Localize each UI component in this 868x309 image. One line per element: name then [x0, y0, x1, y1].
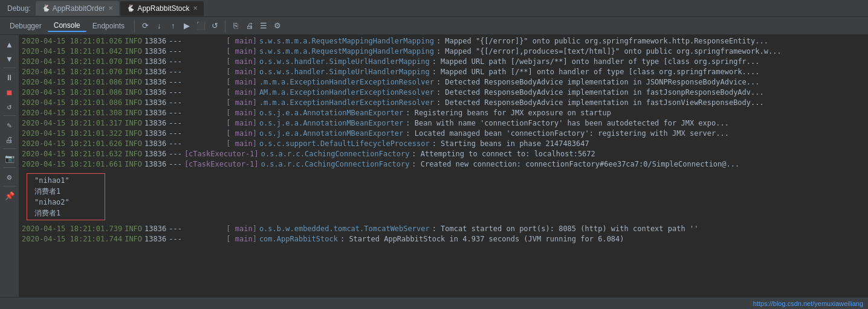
log-line: 2020-04-15 18:21:01.070 INFO 13836 --- [… — [19, 67, 868, 77]
footer: https://blog.csdn.net/yemuxiaweiliang — [0, 297, 868, 309]
log-message: : Detected ResponseBodyAdvice implementa… — [436, 98, 764, 108]
camera-button[interactable]: 📷 — [2, 151, 18, 165]
tab-close-stock[interactable]: ✕ — [193, 5, 198, 11]
log-level: INFO — [125, 149, 142, 159]
settings-side-button[interactable]: ⚙ — [2, 170, 18, 183]
log-logger: o.s.w.s.handler.SimpleUrlHandlerMapping — [259, 67, 430, 77]
tab-console[interactable]: Console — [48, 20, 86, 32]
log-thread: [ main] — [184, 67, 257, 77]
log-pid: 13836 — [144, 234, 166, 244]
log-pid: 13836 — [144, 149, 166, 159]
log-message: : Mapped "{[/error],produces=[text/html]… — [436, 46, 782, 57]
settings-button[interactable]: ⚙ — [271, 19, 284, 33]
log-level: INFO — [125, 139, 142, 149]
log-timestamp: 2020-04-15 18:21:01.317 — [22, 118, 122, 129]
edit-button[interactable]: ✎ — [2, 118, 18, 132]
tab-label-stock: AppRabbitStock — [137, 4, 189, 13]
log-pid: 13836 — [144, 98, 166, 108]
log-pid: 13836 — [144, 224, 166, 234]
side-sep-2 — [4, 115, 16, 116]
print-button[interactable]: 🖨 — [243, 19, 256, 33]
log-timestamp: 2020-04-15 18:21:01.042 — [22, 46, 122, 57]
log-dashes: --- — [169, 67, 182, 77]
filter-button[interactable]: ☰ — [257, 19, 270, 33]
log-pid: 13836 — [144, 46, 166, 57]
step-up-button[interactable]: ↑ — [166, 19, 180, 33]
copy-button[interactable]: ⎘ — [229, 19, 242, 33]
log-message: : Mapped "{[/error]}" onto public org.sp… — [436, 36, 768, 46]
tab-apprabbitorder[interactable]: 🐇 AppRabbitOrder ✕ — [36, 1, 120, 16]
log-level: INFO — [125, 159, 142, 170]
log-pid: 13836 — [144, 36, 166, 46]
side-sep-1 — [4, 68, 16, 68]
stop-side-button[interactable]: ■ — [2, 85, 18, 98]
log-message: : Detected ResponseBodyAdvice implementa… — [436, 77, 760, 88]
log-pid: 13836 — [144, 77, 166, 88]
log-logger: o.s.a.r.c.CachingConnectionFactory — [261, 159, 410, 170]
log-pid: 13836 — [144, 129, 166, 139]
log-dashes: --- — [169, 98, 182, 108]
log-level: INFO — [125, 88, 142, 98]
log-line: 2020-04-15 18:21:01.086 INFO 13836 --- [… — [19, 98, 868, 108]
log-thread: [ main] — [184, 224, 257, 234]
pin-button[interactable]: 📌 — [2, 189, 18, 202]
log-dashes: --- — [169, 46, 182, 57]
rerun-side-button[interactable]: ↺ — [2, 100, 18, 113]
step-over-button[interactable]: ⟳ — [138, 19, 152, 33]
log-thread: [ main] — [184, 98, 257, 108]
log-dashes: --- — [169, 36, 182, 46]
log-area[interactable]: 2020-04-15 18:21:01.026 INFO 13836 --- [… — [19, 35, 868, 297]
log-logger: o.s.a.r.c.CachingConnectionFactory — [261, 149, 410, 159]
log-message: : Mapped URL path [/**] onto handler of … — [432, 67, 760, 77]
log-line: 2020-04-15 18:21:01.042 INFO 13836 --- [… — [19, 46, 868, 57]
resume-button[interactable]: ▶ — [180, 19, 193, 33]
side-sep-5 — [4, 186, 16, 186]
print-side-button[interactable]: 🖨 — [2, 133, 18, 146]
log-logger: s.w.s.m.m.a.RequestMappingHandlerMapping — [259, 46, 434, 57]
log-message: : Attempting to connect to: localhost:56… — [412, 149, 595, 159]
log-message: : Located managed bean 'connectionFactor… — [406, 129, 729, 139]
log-pid: 13836 — [144, 159, 166, 170]
down-button[interactable]: ▼ — [2, 52, 18, 65]
rerun-button[interactable]: ↺ — [208, 19, 221, 33]
log-dashes: --- — [169, 159, 182, 170]
console-output-line: "nihao2" — [30, 197, 102, 208]
step-down-button[interactable]: ↓ — [152, 19, 166, 33]
console-output-block: "nihao1"消费者1"nihao2"消费者1 — [22, 171, 866, 223]
log-thread: [ main] — [184, 46, 257, 57]
log-pid: 13836 — [144, 118, 166, 129]
pause-button[interactable]: ⏸ — [2, 71, 18, 84]
debug-label: Debug: — [2, 4, 36, 13]
up-button[interactable]: ▲ — [2, 37, 18, 51]
log-thread: [ main] — [184, 88, 257, 98]
log-thread: [ main] — [184, 234, 257, 244]
log-level: INFO — [125, 108, 142, 118]
log-line: 2020-04-15 18:21:01.086 INFO 13836 --- [… — [19, 88, 868, 98]
tab-icon-order: 🐇 — [42, 4, 50, 12]
console-output-line: 消费者1 — [30, 186, 102, 197]
log-level: INFO — [125, 36, 142, 46]
toolbar-separator-1 — [134, 20, 135, 32]
tab-endpoints[interactable]: Endpoints — [86, 21, 131, 31]
log-message: : Bean with name 'connectionFactory' has… — [406, 118, 729, 129]
log-timestamp: 2020-04-15 18:21:01.070 — [22, 57, 122, 67]
log-line: 2020-04-15 18:21:01.626 INFO 13836 --- [… — [19, 139, 868, 149]
log-timestamp: 2020-04-15 18:21:01.661 — [22, 159, 122, 170]
log-dashes: --- — [169, 108, 182, 118]
log-level: INFO — [125, 57, 142, 67]
log-logger: o.s.j.e.a.AnnotationMBeanExporter — [259, 118, 403, 129]
log-message: : Registering beans for JMX exposure on … — [406, 108, 611, 118]
stop-button[interactable]: ⬛ — [194, 19, 207, 33]
tab-close-order[interactable]: ✕ — [108, 5, 113, 11]
tab-debugger[interactable]: Debugger — [4, 21, 48, 31]
footer-link[interactable]: https://blog.csdn.net/yemuxiaweiliang — [753, 300, 863, 307]
log-thread: [ main] — [184, 139, 257, 149]
tab-apprabbitstock[interactable]: 🐇 AppRabbitStock ✕ — [120, 1, 204, 16]
log-thread: [ main] — [184, 108, 257, 118]
title-bar: Debug: 🐇 AppRabbitOrder ✕ 🐇 AppRabbitSto… — [0, 0, 868, 17]
log-level: INFO — [125, 224, 142, 234]
log-thread: [cTaskExecutor-1] — [184, 149, 259, 159]
log-line: 2020-04-15 18:21:01.070 INFO 13836 --- [… — [19, 57, 868, 67]
log-logger: s.w.s.m.m.a.RequestMappingHandlerMapping — [259, 36, 434, 46]
log-logger: .m.m.a.ExceptionHandlerExceptionResolver — [259, 98, 434, 108]
